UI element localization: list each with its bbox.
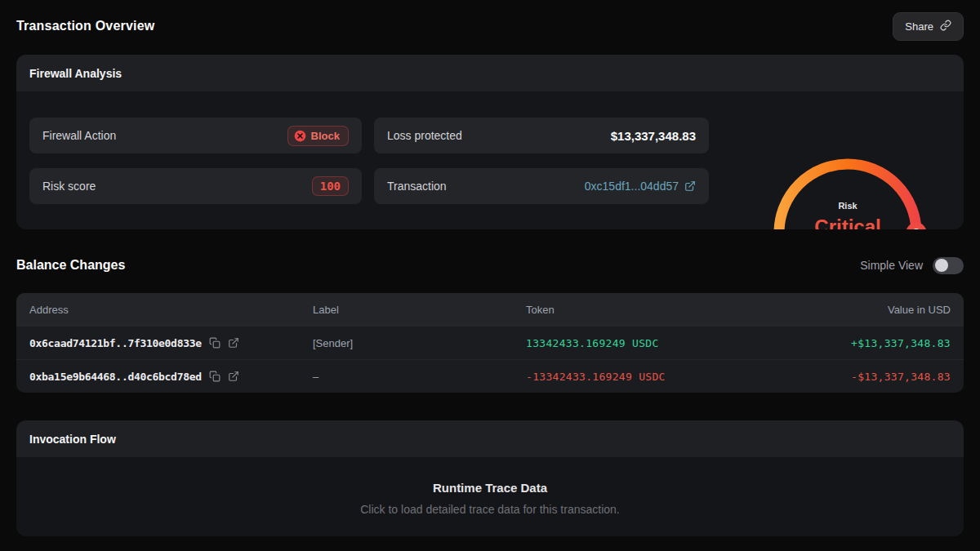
external-link-icon[interactable] bbox=[228, 371, 239, 382]
transaction-row: Transaction 0xc15df1...04dd57 bbox=[374, 168, 709, 204]
block-badge-label: Block bbox=[311, 130, 340, 142]
transaction-hash-text: 0xc15df1...04dd57 bbox=[585, 180, 679, 193]
gauge-critical-value: Critical bbox=[766, 216, 929, 229]
topbar: Transaction Overview Share bbox=[16, 12, 964, 40]
table-header-row: Address Label Token Value in USD bbox=[16, 293, 964, 326]
usd-value: +$13,337,348.83 bbox=[804, 337, 951, 349]
column-header-address: Address bbox=[29, 304, 313, 316]
share-button-label: Share bbox=[905, 20, 933, 33]
share-button[interactable]: Share bbox=[893, 12, 964, 41]
external-link-icon bbox=[684, 180, 696, 192]
runtime-trace-subtitle: Click to load detailed trace data for th… bbox=[360, 503, 620, 516]
link-icon bbox=[940, 20, 951, 33]
token-amount: 13342433.169249 USDC bbox=[526, 337, 804, 349]
firewall-analysis-title: Firewall Analysis bbox=[29, 67, 122, 80]
runtime-trace-loader[interactable]: Runtime Trace Data Click to load detaile… bbox=[16, 457, 964, 536]
risk-score-badge: 100 bbox=[312, 176, 349, 196]
table-row: 0xba15e9b64468..d40c6bcd78ed – -13342433… bbox=[16, 359, 964, 393]
external-link-icon[interactable] bbox=[228, 337, 239, 349]
risk-score-row: Risk score 100 bbox=[29, 168, 362, 204]
loss-protected-row: Loss protected $13,337,348.83 bbox=[374, 118, 709, 153]
column-header-label: Label bbox=[313, 304, 526, 316]
circle-x-icon bbox=[294, 130, 306, 142]
runtime-trace-title: Runtime Trace Data bbox=[433, 481, 547, 495]
balance-changes-title: Balance Changes bbox=[16, 258, 125, 273]
label-cell: – bbox=[313, 371, 526, 383]
transaction-hash-link[interactable]: 0xc15df1...04dd57 bbox=[585, 180, 696, 193]
simple-view-control: Simple View bbox=[860, 257, 964, 274]
address-text: 0x6caad74121bf..7f310e0d833e bbox=[29, 337, 202, 349]
table-row: 0x6caad74121bf..7f310e0d833e [Sender] 13… bbox=[16, 326, 964, 359]
simple-view-toggle-knob bbox=[935, 259, 948, 272]
column-header-usd: Value in USD bbox=[804, 304, 951, 316]
invocation-flow-card: Invocation Flow Runtime Trace Data Click… bbox=[16, 420, 964, 536]
simple-view-toggle[interactable] bbox=[933, 257, 964, 274]
token-amount: -13342433.169249 USDC bbox=[526, 371, 804, 383]
page-title: Transaction Overview bbox=[16, 19, 154, 33]
column-header-token: Token bbox=[526, 304, 804, 316]
risk-gauge: Risk Critical bbox=[766, 150, 929, 229]
firewall-analysis-header: Firewall Analysis bbox=[16, 55, 964, 91]
copy-icon[interactable] bbox=[209, 371, 220, 382]
invocation-flow-header: Invocation Flow bbox=[16, 420, 964, 457]
gauge-risk-label: Risk bbox=[766, 201, 929, 211]
simple-view-label: Simple View bbox=[860, 259, 923, 272]
firewall-action-row: Firewall Action Block bbox=[29, 118, 362, 153]
address-text: 0xba15e9b64468..d40c6bcd78ed bbox=[29, 371, 202, 383]
block-badge: Block bbox=[287, 126, 349, 146]
firewall-analysis-body: Firewall Action Block Loss protected $13… bbox=[16, 91, 964, 204]
address-cell: 0xba15e9b64468..d40c6bcd78ed bbox=[29, 371, 313, 383]
address-cell: 0x6caad74121bf..7f310e0d833e bbox=[29, 337, 313, 349]
balance-changes-header: Balance Changes Simple View bbox=[16, 256, 964, 275]
label-cell: [Sender] bbox=[313, 337, 526, 349]
invocation-flow-title: Invocation Flow bbox=[29, 433, 116, 446]
copy-icon[interactable] bbox=[209, 337, 220, 349]
loss-protected-label: Loss protected bbox=[387, 129, 462, 142]
risk-score-label: Risk score bbox=[42, 180, 96, 193]
transaction-label: Transaction bbox=[387, 180, 447, 193]
usd-value: -$13,337,348.83 bbox=[804, 371, 951, 383]
firewall-action-label: Firewall Action bbox=[42, 129, 116, 142]
firewall-analysis-card: Firewall Analysis Firewall Action Block … bbox=[16, 55, 964, 229]
loss-protected-value: $13,337,348.83 bbox=[611, 129, 696, 143]
balance-changes-table: Address Label Token Value in USD 0x6caad… bbox=[16, 293, 964, 393]
